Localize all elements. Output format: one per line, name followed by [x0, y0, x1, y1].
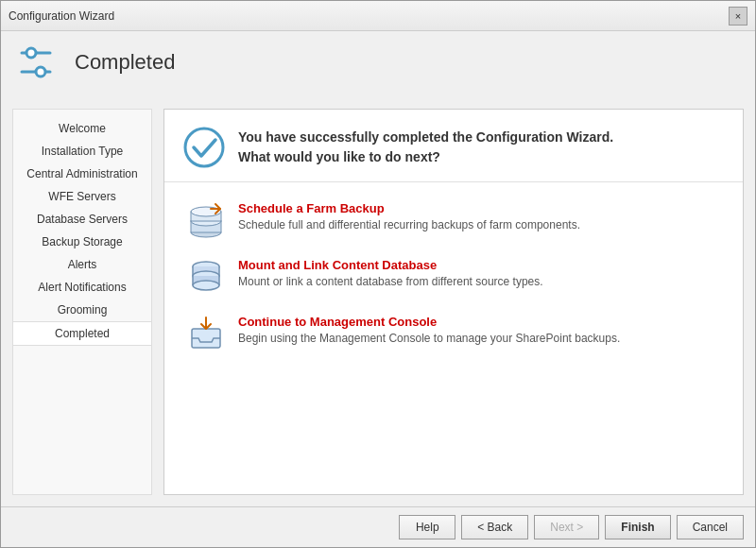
database-icon — [187, 258, 225, 296]
sidebar-item-wfe-servers[interactable]: WFE Servers — [13, 185, 151, 208]
page-title: Completed — [75, 50, 175, 75]
configuration-wizard-window: Configuration Wizard × Completed Welcome… — [0, 0, 756, 548]
action-console-text: Continue to Management Console Begin usi… — [238, 315, 620, 345]
mount-database-desc: Mount or link a content database from di… — [238, 275, 543, 288]
close-button[interactable]: × — [729, 7, 747, 26]
action-schedule-backup: Schedule a Farm Backup Schedule full and… — [187, 201, 720, 239]
svg-point-19 — [193, 281, 219, 290]
success-line2: What would you like to do next? — [238, 149, 440, 164]
main-panel: You have successfully completed the Conf… — [163, 109, 744, 495]
cancel-button[interactable]: Cancel — [677, 515, 744, 539]
success-icon — [183, 127, 225, 168]
help-button[interactable]: Help — [399, 515, 455, 539]
management-console-desc: Begin using the Management Console to ma… — [238, 332, 620, 345]
sidebar-item-completed[interactable]: Completed — [13, 321, 151, 346]
schedule-backup-link[interactable]: Schedule a Farm Backup — [238, 201, 580, 215]
backup-icon — [187, 201, 225, 239]
svg-point-3 — [36, 67, 45, 77]
main-body: Schedule a Farm Backup Schedule full and… — [164, 182, 743, 371]
sidebar-item-installation-type[interactable]: Installation Type — [13, 140, 151, 163]
wizard-icon — [12, 39, 60, 86]
sidebar-item-database-servers[interactable]: Database Servers — [13, 208, 151, 231]
title-bar: Configuration Wizard × — [1, 1, 755, 31]
finish-button[interactable]: Finish — [605, 515, 670, 539]
sidebar: Welcome Installation Type Central Admini… — [12, 109, 152, 495]
bottom-bar: Help < Back Next > Finish Cancel — [1, 506, 755, 547]
success-message: You have successfully completed the Conf… — [238, 128, 613, 167]
management-console-link[interactable]: Continue to Management Console — [238, 315, 620, 329]
action-management-console: Continue to Management Console Begin usi… — [187, 315, 720, 352]
wizard-header: Completed — [1, 31, 755, 97]
main-header: You have successfully completed the Conf… — [164, 110, 743, 182]
back-button[interactable]: < Back — [461, 515, 528, 539]
window-title: Configuration Wizard — [9, 9, 114, 23]
success-line1: You have successfully completed the Conf… — [238, 129, 613, 145]
sidebar-item-central-administration[interactable]: Central Administration — [13, 163, 151, 185]
console-icon — [187, 315, 225, 352]
action-database-text: Mount and Link Content Database Mount or… — [238, 258, 543, 288]
action-backup-text: Schedule a Farm Backup Schedule full and… — [238, 201, 580, 231]
svg-point-1 — [26, 48, 36, 58]
sidebar-item-welcome[interactable]: Welcome — [13, 117, 151, 140]
sidebar-item-grooming[interactable]: Grooming — [13, 299, 151, 321]
next-button[interactable]: Next > — [534, 515, 599, 539]
mount-database-link[interactable]: Mount and Link Content Database — [238, 258, 543, 272]
schedule-backup-desc: Schedule full and differential recurring… — [238, 218, 580, 231]
sidebar-item-alert-notifications[interactable]: Alert Notifications — [13, 276, 151, 299]
content-area: Welcome Installation Type Central Admini… — [1, 97, 755, 506]
sidebar-item-alerts[interactable]: Alerts — [13, 253, 151, 276]
svg-point-4 — [185, 128, 223, 166]
sidebar-item-backup-storage[interactable]: Backup Storage — [13, 231, 151, 253]
action-mount-database: Mount and Link Content Database Mount or… — [187, 258, 720, 296]
